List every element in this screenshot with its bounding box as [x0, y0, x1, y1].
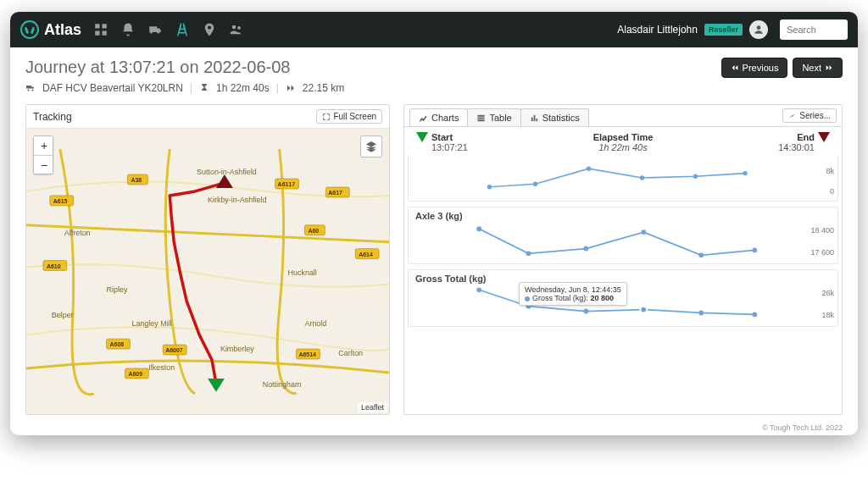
tab-statistics[interactable]: Statistics [520, 108, 589, 126]
svg-point-53 [641, 229, 646, 235]
bell-icon[interactable] [120, 22, 136, 37]
distance-label: 22.15 km [303, 82, 344, 94]
tracking-title: Tracking [33, 111, 72, 123]
vehicle-icon[interactable] [147, 22, 163, 37]
svg-text:Ilkeston: Ilkeston [148, 363, 175, 372]
role-badge: Reseller [704, 24, 743, 36]
users-icon[interactable] [229, 22, 244, 37]
user-name-label: Alasdair Littlejohn [617, 24, 698, 36]
svg-text:Ripley: Ripley [107, 285, 128, 294]
rewind-icon [731, 64, 739, 72]
svg-point-44 [487, 185, 492, 189]
forward-icon [825, 64, 833, 72]
footer-text: © Tough Tech Ltd. 2022 [10, 420, 858, 435]
svg-text:A610: A610 [47, 263, 61, 269]
svg-text:A6117: A6117 [278, 181, 296, 187]
end-time-value: 14:30:01 [778, 142, 815, 152]
svg-text:A38: A38 [131, 177, 142, 183]
end-triangle-icon [818, 132, 830, 142]
svg-point-4 [232, 25, 236, 30]
svg-text:A608: A608 [110, 341, 125, 347]
next-button[interactable]: Next [793, 58, 843, 78]
road-icon[interactable] [175, 22, 190, 37]
svg-point-58 [583, 309, 588, 314]
full-screen-button[interactable]: Full Screen [316, 109, 382, 124]
svg-text:Kirkby-in-Ashfield: Kirkby-in-Ashfield [208, 196, 267, 204]
svg-rect-3 [103, 31, 107, 36]
svg-text:Hucknall: Hucknall [288, 268, 317, 277]
svg-text:Arnold: Arnold [304, 319, 326, 328]
svg-text:A609: A609 [128, 371, 142, 377]
svg-rect-43 [536, 118, 537, 120]
svg-text:Sutton-in-Ashfield: Sutton-in-Ashfield [197, 168, 257, 176]
elapsed-value: 1h 22m 40s [468, 142, 778, 152]
stats-icon [530, 113, 539, 123]
fast-forward-icon [286, 83, 296, 93]
svg-point-50 [476, 226, 481, 231]
svg-point-59 [640, 307, 647, 313]
svg-rect-41 [531, 117, 533, 121]
svg-point-6 [757, 25, 761, 30]
svg-text:Langley Mill: Langley Mill [131, 319, 171, 328]
svg-text:A60: A60 [308, 228, 319, 234]
chart-axle3[interactable]: Axle 3 (kg) 18 400 17 600 [408, 207, 838, 264]
chart-icon [419, 113, 428, 123]
end-marker [216, 174, 233, 188]
series-button[interactable]: Series... [782, 108, 837, 123]
svg-point-46 [587, 167, 591, 171]
svg-text:Carlton: Carlton [338, 349, 363, 357]
map-canvas[interactable]: Alfreton Ripley Belper Langley Mill Huck… [26, 129, 389, 414]
svg-point-51 [526, 251, 531, 256]
svg-point-5 [237, 26, 241, 30]
user-avatar[interactable] [749, 20, 768, 39]
tab-charts[interactable]: Charts [409, 108, 468, 126]
journey-meta: DAF HCV Beavertail YK20LRN | 1h 22m 40s … [25, 82, 344, 94]
page-title: Journey at 13:07:21 on 2022-06-08 [25, 58, 344, 77]
app-logo[interactable]: Atlas [20, 20, 81, 39]
vehicle-label: DAF HCV Beavertail YK20LRN [42, 82, 183, 94]
truck-icon [25, 83, 36, 93]
logo-icon [20, 20, 39, 39]
previous-button[interactable]: Previous [721, 58, 788, 78]
start-label: Start [431, 132, 468, 142]
svg-text:A614: A614 [359, 252, 373, 257]
duration-label: 1h 22m 40s [216, 82, 270, 94]
tracking-panel: Tracking Full Screen [25, 104, 390, 415]
svg-text:Nottingham: Nottingham [263, 380, 302, 389]
charts-panel: Charts Table Statistics Series... Start … [403, 104, 843, 415]
chart-axle2[interactable]: 8k 0 [408, 156, 838, 202]
svg-point-56 [476, 287, 481, 292]
search-input[interactable] [780, 19, 848, 40]
svg-point-52 [583, 246, 588, 252]
svg-point-55 [752, 248, 757, 253]
zoom-control: + − [33, 135, 53, 174]
location-icon[interactable] [202, 22, 217, 37]
layers-button[interactable] [360, 135, 382, 158]
svg-text:A6007: A6007 [165, 347, 183, 353]
table-icon [476, 113, 486, 123]
svg-text:Kimberley: Kimberley [220, 345, 254, 353]
svg-text:A6514: A6514 [298, 351, 316, 357]
hourglass-icon [199, 83, 209, 93]
start-marker [208, 379, 225, 392]
app-name: Atlas [44, 21, 81, 39]
zoom-in-button[interactable]: + [34, 136, 53, 155]
svg-text:A615: A615 [53, 198, 68, 204]
svg-point-54 [698, 252, 704, 257]
end-label: End [778, 132, 815, 142]
svg-text:Alfreton: Alfreton [64, 229, 91, 237]
svg-point-48 [693, 174, 698, 179]
chart-tooltip: Wednesday, Jun 8, 12:44:35 Gross Total (… [519, 282, 627, 306]
chart-gross-total[interactable]: Gross Total (kg) 26k 18k Wednesday, Jun … [408, 269, 838, 327]
start-triangle-icon [416, 132, 428, 142]
svg-point-61 [752, 312, 757, 318]
tab-table[interactable]: Table [467, 108, 520, 126]
map-attribution: Leaflet [358, 402, 387, 412]
svg-rect-2 [95, 31, 99, 36]
dashboard-icon[interactable] [93, 22, 108, 37]
svg-point-49 [743, 171, 747, 175]
svg-point-47 [640, 175, 644, 180]
svg-point-60 [698, 311, 704, 316]
zoom-out-button[interactable]: − [34, 155, 53, 174]
svg-text:A617: A617 [328, 190, 342, 196]
